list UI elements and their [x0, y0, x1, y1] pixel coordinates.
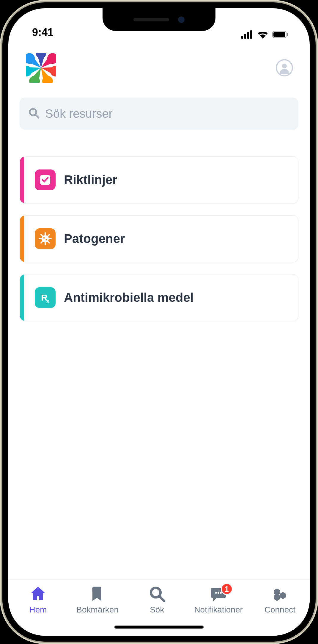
svg-point-7 — [282, 64, 287, 68]
search-input-wrapper[interactable] — [20, 98, 298, 130]
search-icon — [28, 107, 40, 120]
svg-point-20 — [43, 237, 45, 239]
app-header — [8, 41, 310, 92]
home-icon — [29, 585, 47, 603]
tab-notifications[interactable]: 1 Notifikationer — [194, 585, 243, 615]
main-content: Riktlinjer Patogener — [8, 92, 310, 579]
category-label: Antimikrobiella medel — [64, 290, 193, 305]
svg-point-26 — [215, 592, 217, 594]
category-patogener[interactable]: Patogener — [20, 215, 298, 262]
notification-badge: 1 — [221, 583, 233, 595]
search-input[interactable] — [45, 107, 290, 120]
profile-button[interactable] — [276, 59, 293, 76]
tab-search[interactable]: Sök — [135, 585, 179, 615]
bookmark-icon — [89, 585, 106, 603]
svg-marker-30 — [280, 592, 286, 599]
tab-label: Hem — [29, 605, 47, 615]
cellular-icon — [241, 30, 253, 39]
rx-icon: Rx — [35, 287, 56, 308]
svg-line-9 — [36, 115, 39, 118]
status-time: 9:41 — [32, 26, 53, 39]
category-label: Riktlinjer — [64, 173, 117, 187]
tab-home[interactable]: Hem — [16, 585, 60, 615]
svg-rect-0 — [241, 36, 243, 39]
phone-frame: 9:41 — [0, 0, 318, 644]
checkbox-icon — [35, 169, 56, 190]
app-logo-icon — [26, 53, 56, 83]
tab-label: Notifikationer — [194, 605, 243, 615]
svg-line-16 — [41, 235, 42, 236]
svg-point-21 — [46, 239, 47, 241]
battery-icon — [272, 30, 289, 39]
svg-line-25 — [160, 597, 164, 601]
tab-bookmarks[interactable]: Bokmärken — [75, 585, 120, 615]
category-antimikrobiella[interactable]: Rx Antimikrobiella medel — [20, 274, 298, 321]
svg-marker-31 — [274, 594, 280, 601]
search-icon — [148, 585, 166, 603]
screen: 9:41 — [8, 8, 310, 636]
svg-line-19 — [41, 241, 42, 243]
svg-rect-6 — [287, 33, 288, 36]
svg-rect-3 — [250, 30, 252, 39]
wifi-icon — [257, 30, 269, 39]
user-icon — [278, 62, 290, 74]
svg-line-18 — [48, 235, 49, 236]
tab-label: Bokmärken — [76, 605, 119, 615]
connect-icon — [271, 585, 289, 603]
svg-rect-5 — [273, 32, 285, 37]
svg-rect-2 — [247, 32, 249, 39]
svg-rect-1 — [244, 34, 246, 39]
svg-text:x: x — [46, 298, 49, 304]
device-notch — [103, 8, 215, 31]
svg-line-17 — [48, 241, 49, 243]
home-indicator[interactable] — [114, 626, 204, 629]
category-riktlinjer[interactable]: Riktlinjer — [20, 156, 298, 203]
tab-label: Connect — [265, 605, 295, 615]
svg-point-28 — [220, 592, 222, 594]
tab-connect[interactable]: Connect — [258, 585, 302, 615]
category-label: Patogener — [64, 232, 125, 246]
svg-point-27 — [218, 592, 219, 594]
status-indicators — [241, 30, 289, 39]
tab-label: Sök — [150, 605, 164, 615]
virus-icon — [35, 228, 56, 249]
